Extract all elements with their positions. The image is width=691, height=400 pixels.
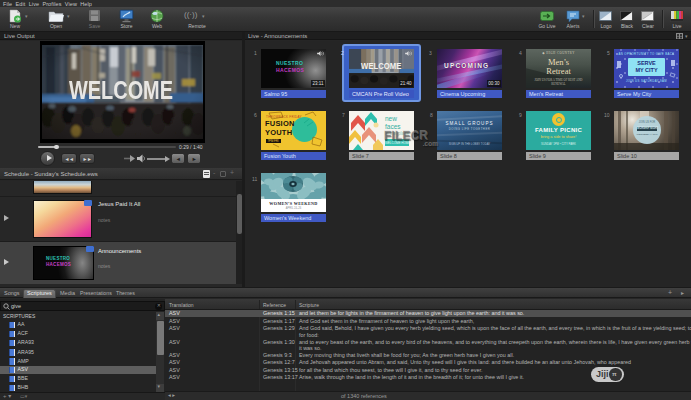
svg-text:WELCOME: WELCOME: [361, 61, 401, 71]
svg-text:WELCOME: WELCOME: [69, 76, 173, 104]
